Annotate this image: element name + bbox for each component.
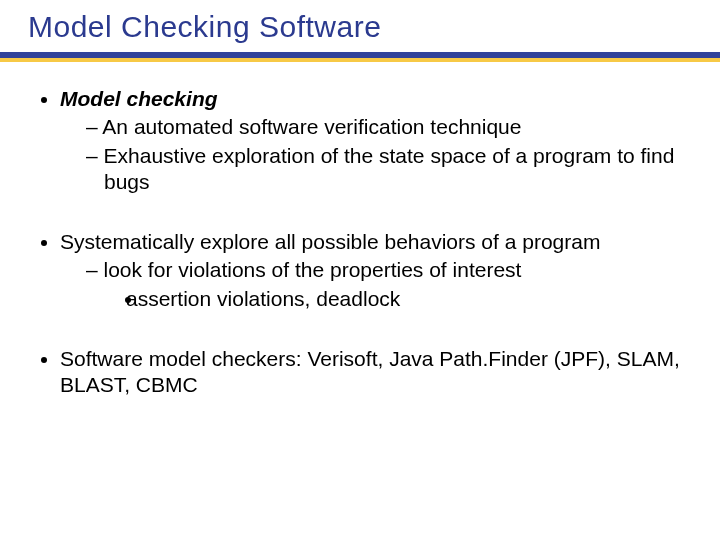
bullet-lead: Model checking xyxy=(60,87,218,110)
bullet-group-3: Software model checkers: Verisoft, Java … xyxy=(38,346,682,399)
sub-list: look for violations of the properties of… xyxy=(60,257,682,312)
sub-item: Exhaustive exploration of the state spac… xyxy=(86,143,682,196)
subsub-list: assertion violations, deadlock xyxy=(104,286,682,312)
title-underline xyxy=(0,52,720,66)
slide: Model Checking Software Model checking A… xyxy=(0,0,720,540)
bullet-item: Systematically explore all possible beha… xyxy=(60,229,682,312)
bullet-item: Model checking An automated software ver… xyxy=(60,86,682,195)
sub-item-text: look for violations of the properties of… xyxy=(104,258,522,281)
title-area: Model Checking Software xyxy=(0,0,720,52)
rule-gold xyxy=(0,58,720,62)
bullet-group-2: Systematically explore all possible beha… xyxy=(38,229,682,312)
subsub-item: assertion violations, deadlock xyxy=(144,286,682,312)
sub-item: look for violations of the properties of… xyxy=(86,257,682,312)
content-area: Model checking An automated software ver… xyxy=(0,66,720,398)
bullet-item: Software model checkers: Verisoft, Java … xyxy=(60,346,682,399)
slide-title: Model Checking Software xyxy=(28,10,720,52)
sub-item: An automated software verification techn… xyxy=(86,114,682,140)
bullet-lead: Software model checkers: Verisoft, Java … xyxy=(60,347,680,396)
bullet-group-1: Model checking An automated software ver… xyxy=(38,86,682,195)
bullet-lead: Systematically explore all possible beha… xyxy=(60,230,600,253)
sub-list: An automated software verification techn… xyxy=(60,114,682,195)
